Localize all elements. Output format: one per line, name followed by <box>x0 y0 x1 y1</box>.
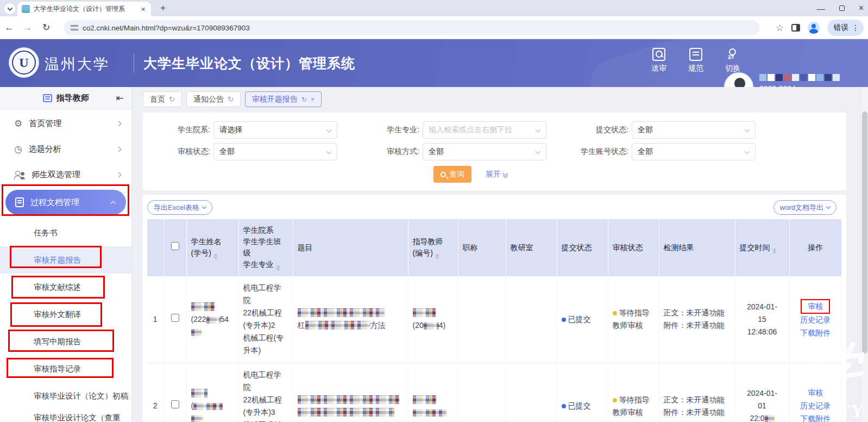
submenu-midterm-report[interactable]: 填写中期报告 <box>0 328 131 355</box>
url-bar[interactable]: co2.cnki.net/Main.html?dp=wzu&r=17090893… <box>64 20 759 35</box>
job-title-cell <box>458 363 506 422</box>
advisor-cell: (204) <box>408 276 458 363</box>
standards-icon <box>689 48 702 61</box>
operations-cell: 审核 历史记录 下载附件 <box>789 363 842 422</box>
export-excel-button[interactable]: 导出Excel表格 <box>147 200 212 215</box>
page-scrollbar[interactable] <box>860 87 868 422</box>
submenu-task-book[interactable]: 任务书 <box>0 219 131 246</box>
download-attachment-link[interactable]: 下载附件 <box>794 327 838 340</box>
sidebar-item-mutual-selection[interactable]: 师生双选管理 <box>0 162 131 188</box>
sidebar-item-label: 首页管理 <box>29 119 61 129</box>
submenu-review-proposal[interactable]: 审核开题报告 <box>0 246 131 274</box>
submenu-guidance-records[interactable]: 审核指导记录 <box>0 355 131 382</box>
history-link[interactable]: 历史记录 <box>794 314 838 327</box>
sort-icon[interactable] <box>435 253 439 259</box>
submenu-review-translation[interactable]: 审核外文翻译 <box>0 301 131 328</box>
filter-label: 学生专业: <box>352 125 423 135</box>
filter-student-dept: 学生院系: 请选择 <box>143 121 352 139</box>
browser-tab[interactable]: 大学生毕业论文（设计）管理系 × <box>17 2 151 16</box>
forward-icon[interactable]: → <box>18 22 37 33</box>
sidebar-item-home[interactable]: ⚙ 首页管理 <box>0 111 131 136</box>
bookmark-star-icon[interactable]: ☆ <box>776 22 784 34</box>
expand-link[interactable]: 展开 <box>486 170 508 179</box>
url-text: co2.cnki.net/Main.html?dp=wzu&r=17090893… <box>83 24 250 32</box>
sidebar-item-process-docs[interactable]: 过程文档管理 <box>5 190 126 215</box>
filter-label: 提交状态: <box>561 125 632 135</box>
user-avatar[interactable] <box>724 72 753 87</box>
col-student: 学生姓名 (学号) <box>186 219 238 276</box>
tab-search-button[interactable] <box>4 3 15 14</box>
refresh-icon[interactable]: ↻ <box>169 95 175 103</box>
review-link[interactable]: 审核 <box>808 302 823 311</box>
tab-review-proposal[interactable]: 审核开题报告↻× <box>245 91 322 107</box>
refresh-icon[interactable]: ↻ <box>228 95 234 103</box>
review-link[interactable]: 审核 <box>794 387 838 400</box>
annotation-box-review: 审核 <box>801 299 830 314</box>
tab-close-icon[interactable]: × <box>311 96 315 103</box>
row-checkbox[interactable] <box>171 314 179 322</box>
chevron-down-icon <box>745 127 750 133</box>
minimize-icon[interactable]: — <box>817 4 825 13</box>
filter-review-status: 审核状态: 全部 <box>143 143 352 160</box>
time-cell: 2024-01- 15 12:48:06 <box>735 276 789 363</box>
search-button[interactable]: 查询 <box>433 166 471 183</box>
review-method-select[interactable]: 全部 <box>423 143 546 160</box>
new-tab-button[interactable]: + <box>156 3 169 14</box>
student-major-input[interactable]: 输入检索或点击右侧下拉 <box>423 121 546 139</box>
sort-icon[interactable] <box>772 248 777 254</box>
system-title: 大学生毕业论文（设计）管理系统 <box>143 54 355 72</box>
student-dept-select[interactable]: 请选择 <box>213 121 337 139</box>
sort-icon[interactable] <box>213 253 218 259</box>
status-dot <box>562 404 566 408</box>
switch-role-button[interactable]: 切换 <box>720 48 745 73</box>
col-checkbox <box>163 219 186 276</box>
menu-dots-icon[interactable]: ⋮ <box>852 23 859 32</box>
standards-label: 规范 <box>688 64 703 73</box>
col-job-title: 职称 <box>458 219 506 276</box>
submit-status-select[interactable]: 全部 <box>632 121 756 139</box>
chevron-right-icon <box>116 172 122 178</box>
double-chevron-down-icon <box>503 172 508 177</box>
row-index: 2 <box>147 363 163 422</box>
tab-notices[interactable]: 通知公告↻ <box>186 91 241 107</box>
history-link[interactable]: 历史记录 <box>794 400 838 413</box>
tab-close-icon[interactable]: × <box>140 4 147 14</box>
download-attachment-link[interactable]: 下载附件 <box>794 413 838 422</box>
refresh-icon[interactable]: ↻ <box>37 22 55 33</box>
col-office: 教研室 <box>506 219 557 276</box>
results-table: 学生姓名 (学号) 学生院系 学生学生班 级 学生专业 题目 指导教师 (编号)… <box>147 219 842 422</box>
dept-cell: 机电工程学院 22机械工程(专升本)2 机械工程(专升本) <box>238 276 293 363</box>
chevron-right-icon <box>116 121 122 127</box>
sort-icon[interactable] <box>276 265 280 271</box>
tab-home[interactable]: 首页↻ <box>143 91 182 107</box>
select-all-checkbox[interactable] <box>171 242 179 250</box>
submenu-review-literature[interactable]: 审核文献综述 <box>0 274 131 301</box>
side-panel-icon[interactable] <box>791 24 800 32</box>
review-status-select[interactable]: 全部 <box>213 143 337 160</box>
site-settings-icon[interactable] <box>71 25 78 30</box>
standards-button[interactable]: 规范 <box>683 48 708 73</box>
sidebar-collapse-icon[interactable]: ⇤ <box>116 92 124 104</box>
chevron-down-icon <box>536 149 541 154</box>
send-review-button[interactable]: 送审 <box>646 48 671 73</box>
logo-letter: U <box>12 51 36 75</box>
row-checkbox[interactable] <box>171 400 179 408</box>
account-status-select[interactable]: 全部 <box>632 143 756 160</box>
close-icon[interactable]: × <box>859 3 864 13</box>
office-cell <box>506 363 557 422</box>
refresh-icon[interactable]: ↻ <box>301 96 307 103</box>
sidebar-item-topic-analysis[interactable]: ◷ 选题分析 <box>0 136 131 162</box>
sidebar-item-label: 过程文档管理 <box>30 197 79 208</box>
scrollbar-thumb[interactable] <box>862 111 867 353</box>
browser-profile-avatar[interactable] <box>808 22 820 34</box>
main-content: 首页↻ 通知公告↻ 审核开题报告↻× 学生院系: 请选择 学生专业: 输入检索或… <box>132 87 860 422</box>
maximize-icon[interactable] <box>839 5 845 11</box>
error-chip[interactable]: 错误 ⋮ <box>827 20 864 36</box>
submenu-review-first-draft[interactable]: 审核毕业设计（论文）初稿 <box>0 382 131 409</box>
chevron-right-icon <box>116 147 122 152</box>
export-word-button[interactable]: word文档导出 <box>773 200 836 215</box>
back-icon[interactable]: ← <box>0 22 18 33</box>
filter-submit-status: 提交状态: 全部 <box>561 121 846 139</box>
submenu-review-plagiarism[interactable]: 审核毕业设计论文（查重版） <box>0 409 131 422</box>
submit-status-cell: 已提交 <box>557 276 608 363</box>
